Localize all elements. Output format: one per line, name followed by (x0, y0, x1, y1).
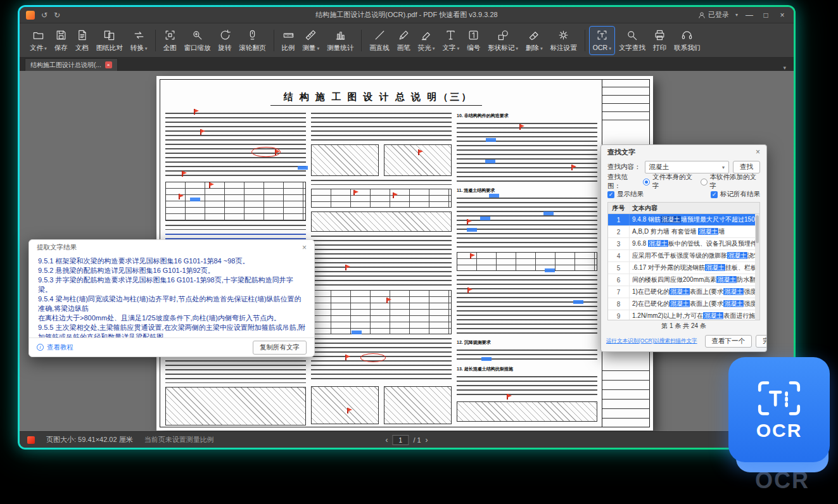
toolbar-number-button[interactable]: 编号 (463, 26, 484, 55)
tabbar-collapse-icon[interactable]: ▾ (780, 65, 789, 71)
result-text: 2)在已硬化的混凝土表面上(要求混凝土强度达到1.2N/mm2以 (630, 299, 759, 308)
extract-panel-footer: i 查看教程 复制所有文字 (29, 337, 314, 356)
toolbar-folder-button[interactable]: 文件▾ (26, 26, 51, 55)
ocr-floating-badge[interactable]: OCR (728, 357, 830, 462)
fit-view-icon (164, 29, 176, 42)
toolbar-search-button[interactable]: 文字查找 (615, 26, 649, 55)
toolbar-measure-button[interactable]: 测量▾ (299, 26, 324, 55)
toolbar-save-button[interactable]: 保存 (51, 26, 72, 55)
toolbar-settings-button[interactable]: 标注设置 (547, 26, 581, 55)
document-tab[interactable]: 结构施工图设计总说明(... × (25, 58, 118, 71)
title-block-cells (602, 370, 650, 427)
search-term-highlight: 混凝土 (661, 216, 681, 223)
extract-close-icon[interactable]: × (302, 243, 307, 252)
toolbar-print-button[interactable]: 打印 (649, 26, 670, 55)
toolbar-ocr-button[interactable]: OCR▾ (589, 26, 615, 55)
doc-column-2 (311, 113, 452, 425)
result-index: 3 (608, 238, 630, 249)
result-row[interactable]: 82)在已硬化的混凝土表面上(要求混凝土强度达到1.2N/mm2以 (608, 298, 759, 310)
show-results-checkbox[interactable]: 显示结果 (607, 190, 644, 199)
toolbar-highlighter-button[interactable]: 荧光▾ (414, 26, 439, 55)
done-button[interactable]: 完成 (756, 335, 767, 348)
col-text-header: 文本内容 (630, 204, 759, 213)
find-search-button[interactable]: 查找 (733, 161, 760, 173)
measure-icon (305, 29, 317, 42)
simulated-text-block (457, 198, 597, 248)
toolbar-window-zoom-button[interactable]: 窗口缩放 (181, 26, 215, 55)
section-heading: 13. 超长混凝土结构抗裂措施 (457, 366, 597, 372)
login-status[interactable]: 已登录 (698, 10, 729, 20)
run-ocr-link[interactable]: 运行文本识别(OCR)以搜索扫描件文字 (606, 337, 697, 345)
tab-close-icon[interactable]: × (105, 61, 112, 68)
settings-icon (557, 29, 569, 42)
toolbar-button-label: 旋转 (219, 44, 232, 51)
result-index: 9 (608, 310, 630, 320)
toolbar-rotate-button[interactable]: 旋转 (215, 26, 236, 55)
maximize-button[interactable]: □ (761, 11, 771, 20)
view-next-button[interactable]: 查看下一个 (705, 335, 752, 348)
extracted-text-line: 9.5.2 悬挑梁的配筋构造详见国标图集16 G101-1第92页。 (38, 266, 305, 275)
toolbar-text-button[interactable]: 文字▾ (439, 26, 464, 55)
user-menu-caret-icon[interactable]: ▾ (735, 12, 738, 18)
pen-icon (398, 29, 410, 42)
result-row[interactable]: 19.4.8 钢筋混凝土墙预埋最大尺寸不超过150mm的木砖或混凝土砌块 (608, 214, 759, 226)
find-query-combobox[interactable]: 混凝土 ▾ (645, 161, 730, 173)
scale-icon (283, 29, 295, 42)
mark-all-checkbox[interactable]: 标记所有结果 (711, 190, 760, 199)
close-button[interactable]: × (777, 11, 787, 20)
user-icon (698, 11, 706, 19)
current-page-input[interactable]: 1 (392, 435, 409, 445)
figure-row (311, 386, 452, 424)
annotation-flag-icon (345, 355, 346, 360)
result-row[interactable]: 5.6.17 对于外露的现浇钢筋混凝土挂板、栏板、檐口、女儿墙等 (608, 262, 759, 274)
toolbar-eraser-button[interactable]: 删除▾ (522, 26, 547, 55)
result-row[interactable]: 39.6.8 混凝土板中的管线、设备孔洞及预埋件均需按设备图预留 (608, 238, 759, 250)
number-icon (467, 29, 479, 42)
extract-text-body[interactable]: 9.5.1 框架梁和次梁的构造要求详见国标图集16 G101-1第84 ~98页… (29, 255, 314, 337)
toolbar-headset-button[interactable]: 联系我们 (670, 26, 704, 55)
result-row[interactable]: 6间的楼板四周应做200mm高素混凝土防水翻边(门洞口除外)高 (608, 274, 759, 286)
simulated-text-block (311, 113, 452, 141)
toolbar-shapes-button[interactable]: 形状标记▾ (484, 26, 522, 55)
result-row[interactable]: 4应采用不低于板强度等级的微膨胀混凝土浇筑密实。 (608, 250, 759, 262)
toolbar-button-label: 画笔 (397, 44, 410, 51)
toolbar-scale-button[interactable]: 比例 (278, 26, 299, 55)
results-scrollbar[interactable] (755, 214, 759, 320)
toolbar-button-label: 测量统计 (327, 44, 353, 51)
toolbar-fit-view-button[interactable]: 全图 (160, 26, 181, 55)
toolbar-pen-button[interactable]: 画笔 (393, 26, 414, 55)
annotation-flag-icon (200, 129, 201, 135)
minimize-button[interactable]: — (744, 11, 754, 20)
toolbar-document-button[interactable]: 文档 (72, 26, 92, 55)
toolbar-line-button[interactable]: 画直线 (365, 26, 393, 55)
col-index-header: 序号 (608, 203, 630, 213)
next-page-icon[interactable]: › (426, 436, 428, 444)
result-text: 9.4.8 钢筋混凝土墙预埋最大尺寸不超过150mm的木砖或混凝土砌块 (630, 215, 759, 224)
result-row[interactable]: 2A,B,D 剪力墙 有套管墙 混凝土墙 (608, 226, 759, 238)
toolbar-button-label: 保存 (54, 44, 68, 51)
prev-page-icon[interactable]: ‹ (385, 436, 388, 444)
toolbar-compare-button[interactable]: 图纸比对 (92, 26, 127, 55)
toolbar-stats-button[interactable]: 测量统计 (323, 26, 357, 55)
copy-all-text-button[interactable]: 复制所有文字 (253, 341, 307, 355)
tab-bar: 结构施工图设计总说明(... × ▾ (20, 58, 794, 71)
search-highlight-mark (573, 300, 583, 304)
simulated-figure (384, 386, 452, 424)
extracted-text-line: 9.5.4 梁与柱(墙)同宽或梁边与柱(墙)边齐平时,节点处的构造首先保证柱(墙… (38, 294, 305, 313)
undo-icon[interactable]: ↺ (41, 11, 48, 20)
result-row[interactable]: 71)在已硬化的混凝土表面上(要求混凝土强度达到1.2N/mm2以 (608, 286, 759, 298)
toolbar-button-label: 形状标记▾ (488, 44, 518, 52)
toolbar-scroll-page-button[interactable]: 滚轮翻页 (236, 26, 270, 55)
annotation-flag-icon (571, 165, 573, 170)
result-row[interactable]: 91.2N/mm2)以上时,方可在混凝土表面进行施工。 (608, 310, 759, 320)
redo-icon[interactable]: ↻ (54, 11, 60, 20)
annotation-flag-icon (353, 190, 355, 196)
search-highlight-mark (480, 217, 490, 220)
toolbar-button-label: 删除▾ (526, 44, 543, 52)
find-close-icon[interactable]: × (756, 148, 760, 156)
tutorial-link[interactable]: i 查看教程 (37, 343, 73, 352)
search-highlight-mark (543, 211, 554, 215)
search-term-highlight: 混凝土 (705, 264, 725, 271)
headset-icon (681, 29, 693, 42)
toolbar-convert-button[interactable]: 转换▾ (127, 26, 151, 55)
